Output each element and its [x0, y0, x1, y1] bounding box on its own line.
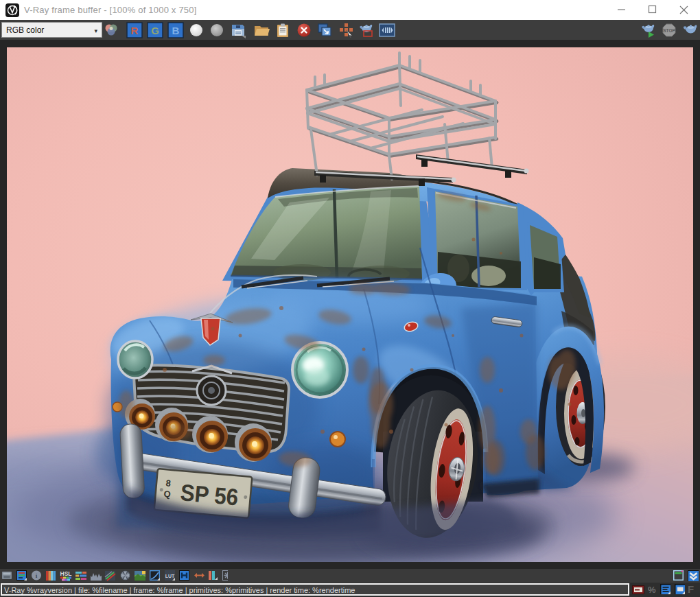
svg-text:Q: Q [163, 489, 171, 500]
svg-text:B: B [172, 25, 180, 36]
svg-text:8: 8 [165, 478, 172, 489]
svg-text:STOP: STOP [663, 28, 675, 33]
svg-text:R: R [131, 25, 139, 36]
svg-text:HSL: HSL [60, 570, 72, 577]
svg-text:G: G [151, 25, 159, 36]
svg-text:LUT: LUT [165, 574, 175, 578]
svg-text:SP 56: SP 56 [179, 479, 240, 511]
